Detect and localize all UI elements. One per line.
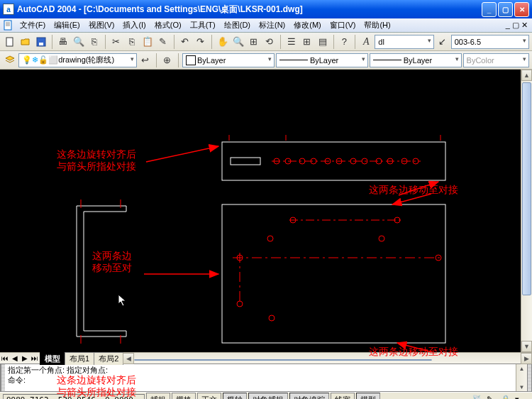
separator [178, 53, 179, 67]
undo-button[interactable]: ↶ [178, 34, 192, 50]
zoom-rt-button[interactable]: 🔍 [231, 34, 245, 50]
lineweight-value: ByLayer [404, 56, 432, 65]
cmd-scroll-down-icon[interactable]: ▼ [516, 383, 527, 391]
tab-nav-prev[interactable]: ◀ [10, 354, 20, 362]
command-grip-right[interactable] [527, 364, 531, 391]
print-button[interactable]: 🖶 [56, 34, 70, 50]
dim-style-button[interactable]: ↙ [436, 34, 450, 50]
minimize-button[interactable]: _ [482, 2, 497, 17]
menu-tools[interactable]: 工具(T) [186, 18, 220, 32]
svg-rect-22 [222, 204, 445, 343]
maximize-button[interactable]: ▢ [498, 2, 513, 17]
drawing-area[interactable]: 这条边旋转对齐后 与箭头所指处对接 这两条边移动至对接 这两条边 移动至对 这两… [0, 70, 532, 352]
scroll-left-icon[interactable]: ◀ [123, 353, 134, 364]
scroll-thumb-h[interactable] [134, 359, 432, 361]
redo-button[interactable]: ↷ [194, 34, 208, 50]
separator [105, 35, 106, 49]
status-otrack[interactable]: 对象追踪 [289, 393, 329, 399]
dim-style-value: 003-6.5 [455, 38, 481, 46]
mdi-restore-icon[interactable]: _ ▢ ✕ [504, 19, 529, 31]
tab-nav-first[interactable]: ⏮ [0, 354, 10, 362]
zoom-win-button[interactable]: ⊞ [247, 34, 261, 50]
menu-format[interactable]: 格式(O) [150, 18, 186, 32]
standard-toolbar: 🖶 🔍 ⎘ ✂ ⎘ 📋 ✎ ↶ ↷ ✋ 🔍 ⊞ ⟲ ☰ ⊞ ▤ ? A dl ↙… [0, 33, 532, 51]
layer-manager-button[interactable] [3, 53, 17, 68]
separator [355, 35, 355, 49]
cmd-scroll-up-icon[interactable]: ▲ [516, 364, 527, 373]
annotation-2: 这两条边移动至对接 [369, 185, 458, 197]
dim-style-dropdown[interactable]: 003-6.5 [451, 35, 529, 49]
designcenter-button[interactable]: ⊞ [300, 34, 314, 50]
scroll-up-icon[interactable]: ▲ [521, 70, 532, 81]
tray-lock-icon[interactable]: 🔒 [501, 395, 512, 400]
menu-insert[interactable]: 插入(I) [118, 18, 150, 32]
titlebar: a AutoCAD 2004 - [C:\Documents and Setti… [0, 0, 532, 18]
annotation-4: 这两条边移动至对接 [369, 346, 458, 359]
status-model[interactable]: 模型 [356, 393, 380, 399]
text-style-dropdown[interactable]: dl [375, 35, 433, 49]
paste-button[interactable]: 📋 [140, 34, 155, 50]
status-polar[interactable]: 极轴 [223, 393, 247, 399]
preview-button[interactable]: 🔍 [72, 34, 86, 50]
pan-button[interactable]: ✋ [216, 34, 230, 50]
menu-dimension[interactable]: 标注(N) [255, 18, 289, 32]
assist-button[interactable]: ⊕ [160, 53, 174, 68]
status-lwt[interactable]: 线宽 [331, 393, 355, 399]
menu-draw[interactable]: 绘图(D) [220, 18, 255, 32]
properties-button[interactable]: ☰ [284, 34, 299, 50]
copy-button[interactable]: ⎘ [125, 34, 139, 50]
vertical-scrollbar[interactable]: ▲ ▼ [521, 70, 532, 352]
tray-comm-icon[interactable]: 📡 [472, 395, 484, 400]
app-icon: a [3, 4, 14, 15]
command-scrollbar[interactable]: ▲ ▼ [516, 364, 527, 391]
status-grid[interactable]: 栅格 [172, 393, 196, 399]
tab-layout2[interactable]: 布局2 [94, 352, 123, 365]
tab-nav-last[interactable]: ⏭ [30, 354, 40, 362]
save-button[interactable] [34, 34, 48, 50]
menu-window[interactable]: 窗口(V) [326, 18, 360, 32]
color-dropdown[interactable]: ByLayer [182, 53, 275, 67]
separator [156, 53, 157, 67]
status-tray: 📡 ✎ 🔒 ▾ [470, 395, 529, 400]
help-button[interactable]: ? [337, 34, 351, 50]
menu-help[interactable]: 帮助(H) [360, 18, 394, 32]
tray-more-icon[interactable]: ▾ [515, 395, 526, 400]
layer-state-icons: 💡❄🔓⬜ [22, 55, 58, 65]
menu-edit[interactable]: 编辑(E) [50, 18, 84, 32]
annotation-5: 这条边旋转对齐后 与箭头所指处对接 [57, 375, 136, 399]
open-button[interactable] [18, 34, 33, 50]
menu-view[interactable]: 视图(V) [84, 18, 119, 32]
cut-button[interactable]: ✂ [109, 34, 123, 50]
tab-model[interactable]: 模型 [40, 352, 65, 365]
tab-layout1[interactable]: 布局1 [65, 352, 94, 365]
menubar: 文件(F) 编辑(E) 视图(V) 插入(I) 格式(O) 工具(T) 绘图(D… [0, 18, 532, 33]
linetype-dropdown[interactable]: ByLayer [276, 53, 368, 67]
svg-rect-1 [6, 38, 13, 46]
layer-prev-button[interactable]: ↩ [138, 53, 153, 68]
scroll-thumb-v[interactable] [522, 82, 531, 295]
scroll-down-icon[interactable]: ▼ [521, 341, 532, 352]
annotation-1: 这条边旋转对齐后 与箭头所指处对接 [57, 149, 136, 173]
lineweight-dropdown[interactable]: ByLayer [370, 53, 462, 67]
tray-pen-icon[interactable]: ✎ [487, 395, 498, 400]
close-button[interactable]: ✕ [514, 2, 529, 17]
svg-point-32 [237, 301, 243, 307]
text-style-button[interactable]: A [359, 34, 373, 50]
scroll-right-icon[interactable]: ▶ [521, 353, 532, 364]
layer-dropdown[interactable]: 💡❄🔓⬜ drawing(轮廓线) [18, 53, 136, 67]
publish-button[interactable]: ⎘ [87, 34, 101, 50]
matchprop-button[interactable]: ✎ [156, 34, 170, 50]
linetype-preview-icon [279, 60, 308, 60]
new-button[interactable] [3, 34, 17, 50]
svg-point-33 [269, 315, 275, 321]
menu-file[interactable]: 文件(F) [16, 18, 50, 32]
status-osnap[interactable]: 对象捕捉 [248, 393, 288, 399]
plotstyle-dropdown[interactable]: ByColor [463, 53, 529, 67]
status-ortho[interactable]: 正交 [197, 393, 221, 399]
palette-button[interactable]: ▤ [316, 34, 330, 50]
status-snap[interactable]: 捕捉 [146, 393, 170, 399]
menu-modify[interactable]: 修改(M) [289, 18, 326, 32]
color-value: ByLayer [197, 56, 226, 65]
tab-nav-next[interactable]: ▶ [20, 354, 30, 362]
zoom-prev-button[interactable]: ⟲ [262, 34, 277, 50]
